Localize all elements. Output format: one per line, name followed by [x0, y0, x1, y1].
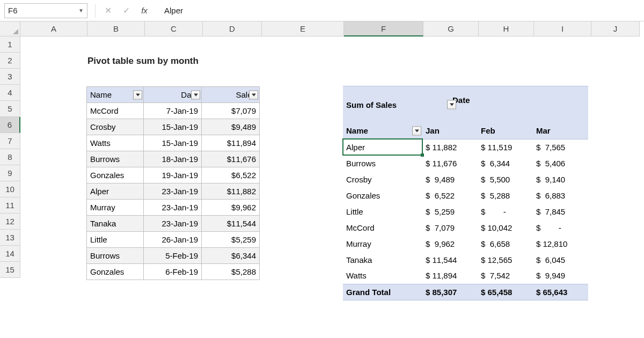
grid-area: ABCDEFGHIJ Pivot table sum by month Name…: [20, 21, 644, 338]
table-row[interactable]: Tanaka23-Jan-19$11,544: [87, 216, 260, 232]
row-header[interactable]: 14: [0, 246, 20, 262]
row-header[interactable]: 4: [0, 85, 20, 101]
filter-icon[interactable]: [191, 90, 200, 99]
pivot-values-label: Sum of Sales: [343, 86, 422, 123]
pivot-row-field[interactable]: Name: [343, 123, 422, 139]
row-header[interactable]: 5: [0, 101, 20, 117]
table-row[interactable]: Watts15-Jan-19$11,894: [87, 135, 260, 151]
row-headers: 123456789101112131415: [0, 36, 20, 278]
row-header[interactable]: 3: [0, 69, 20, 85]
column-header[interactable]: F: [344, 21, 423, 36]
column-header[interactable]: H: [479, 21, 534, 36]
filter-icon[interactable]: [249, 90, 258, 99]
page-title: Pivot table sum by month: [87, 56, 199, 67]
row-header[interactable]: 10: [0, 181, 20, 197]
left-gutter: 123456789101112131415: [0, 21, 20, 338]
column-header[interactable]: C: [145, 21, 203, 36]
table-row[interactable]: Gonzales19-Jan-19$6,522: [87, 167, 260, 183]
row-header[interactable]: 11: [0, 197, 20, 214]
row-header[interactable]: 7: [0, 133, 20, 149]
grand-total-value[interactable]: $ 85,307: [422, 284, 478, 300]
name-box-value: F6: [8, 6, 18, 15]
pivot-table: Sum of Sales Date NameJanFebMar Alper$ 1…: [343, 86, 588, 300]
table-row[interactable]: Murray23-Jan-19$9,962: [87, 200, 260, 216]
pivot-month-header[interactable]: Jan: [422, 123, 478, 139]
pivot-row[interactable]: Tanaka$ 11,544$ 12,565$ 6,045: [343, 252, 588, 268]
table-row[interactable]: Alper23-Jan-19$11,882: [87, 183, 260, 200]
pivot-row[interactable]: Watts$ 11,894$ 7,542$ 9,949: [343, 268, 588, 284]
filter-icon[interactable]: [447, 100, 456, 109]
pivot-month-header[interactable]: Feb: [478, 123, 533, 139]
filter-icon[interactable]: [133, 90, 142, 99]
pivot-row[interactable]: McCord$ 7,079$ 10,042$ -: [343, 219, 588, 236]
column-header[interactable]: E: [262, 21, 344, 36]
pivot-col-field[interactable]: Date: [422, 86, 478, 123]
grand-total-label[interactable]: Grand Total: [343, 284, 422, 300]
pivot-row[interactable]: Alper$ 11,882$ 11,519$ 7,565: [343, 139, 588, 155]
row-header[interactable]: 1: [0, 36, 20, 53]
pivot-row[interactable]: Little$ 5,259$ -$ 7,845: [343, 203, 588, 219]
table-row[interactable]: Crosby15-Jan-19$9,489: [87, 119, 260, 135]
table-row[interactable]: Burrows18-Jan-19$11,676: [87, 151, 260, 167]
table-header[interactable]: Date: [144, 87, 202, 103]
name-box[interactable]: F6 ▼: [4, 3, 87, 18]
row-header[interactable]: 12: [0, 214, 20, 230]
column-header[interactable]: G: [423, 21, 479, 36]
chevron-down-icon[interactable]: ▼: [78, 8, 84, 13]
filter-icon[interactable]: [412, 126, 421, 135]
column-header[interactable]: A: [20, 21, 87, 36]
select-all-corner[interactable]: [0, 21, 20, 36]
accept-icon[interactable]: ✓: [117, 5, 135, 16]
row-header[interactable]: 9: [0, 165, 20, 181]
source-data-table: NameDateSales McCord7-Jan-19$7,079Crosby…: [86, 86, 260, 280]
pivot-row[interactable]: Burrows$ 11,676$ 6,344$ 5,406: [343, 155, 588, 171]
table-header[interactable]: Name: [87, 87, 144, 103]
fx-icon[interactable]: fx: [135, 6, 153, 15]
grand-total-value[interactable]: $ 65,643: [533, 284, 588, 300]
row-header[interactable]: 13: [0, 230, 20, 246]
table-row[interactable]: Little26-Jan-19$5,259: [87, 232, 260, 248]
pivot-row[interactable]: Gonzales$ 6,522$ 5,288$ 6,883: [343, 187, 588, 203]
table-row[interactable]: McCord7-Jan-19$7,079: [87, 103, 260, 119]
grand-total-value[interactable]: $ 65,458: [478, 284, 533, 300]
cancel-icon[interactable]: ✕: [99, 5, 117, 16]
row-header[interactable]: 15: [0, 262, 20, 278]
grid-content[interactable]: Pivot table sum by month NameDateSales M…: [20, 36, 644, 338]
worksheet: 123456789101112131415 ABCDEFGHIJ Pivot t…: [0, 21, 644, 338]
formula-bar: F6 ▼ ✕ ✓ fx Alper: [0, 0, 644, 21]
active-cell[interactable]: Alper: [343, 139, 422, 155]
row-header[interactable]: 8: [0, 149, 20, 165]
separator: [95, 4, 96, 18]
pivot-row[interactable]: Crosby$ 9,489$ 5,500$ 9,140: [343, 171, 588, 187]
column-header[interactable]: I: [534, 21, 591, 36]
pivot-month-header[interactable]: Mar: [533, 123, 588, 139]
table-header[interactable]: Sales: [202, 87, 260, 103]
row-header[interactable]: 6: [0, 117, 20, 133]
row-header[interactable]: 2: [0, 53, 20, 69]
formula-input[interactable]: Alper: [153, 6, 644, 15]
pivot-row[interactable]: Murray$ 9,962$ 6,658$ 12,810: [343, 236, 588, 252]
table-row[interactable]: Gonzales6-Feb-19$5,288: [87, 264, 260, 280]
table-row[interactable]: Burrows5-Feb-19$6,344: [87, 248, 260, 264]
column-header[interactable]: J: [591, 21, 640, 36]
column-header[interactable]: D: [203, 21, 262, 36]
column-header[interactable]: B: [87, 21, 145, 36]
column-headers: ABCDEFGHIJ: [20, 21, 644, 36]
